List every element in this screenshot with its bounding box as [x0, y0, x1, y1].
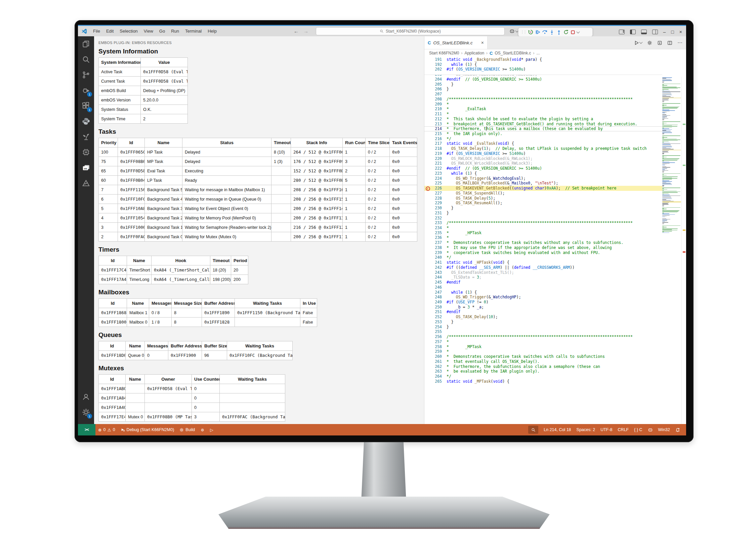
line-number[interactable]: 239: [424, 250, 447, 255]
line-number[interactable]: 214: [424, 126, 447, 131]
code-line[interactable]: 230 }: [424, 206, 662, 211]
line-number[interactable]: 192: [424, 62, 447, 67]
code-line[interactable]: 214* Furthermore, this task uses a mailb…: [424, 126, 662, 131]
reset-device-button[interactable]: [528, 29, 534, 35]
line-number[interactable]: 217: [424, 141, 447, 146]
run-debug-file-button[interactable]: [634, 40, 642, 45]
code-line[interactable]: 213* breakpoint at OS_TASKEVENT_GetBlock…: [424, 122, 662, 127]
code-line[interactable]: 204#endif // (OS_VERSION_GENERIC >= 5140…: [424, 77, 662, 82]
notifications-button[interactable]: [673, 427, 683, 432]
code-line[interactable]: 247 while (1) {: [424, 290, 662, 295]
code-line[interactable]: 252 OS_TASK_Delay(10);: [424, 314, 662, 320]
line-number[interactable]: 231: [424, 211, 447, 216]
encoding-status[interactable]: UTF-8: [598, 427, 615, 432]
build-button[interactable]: Build: [177, 424, 198, 435]
line-number[interactable]: 215: [424, 131, 447, 136]
line-number[interactable]: 224: [424, 176, 447, 181]
code-line[interactable]: 246: [424, 285, 662, 290]
menu-help[interactable]: Help: [205, 26, 220, 36]
line-number[interactable]: 218: [424, 146, 447, 151]
line-number[interactable]: 213: [424, 122, 447, 127]
line-number[interactable]: 238: [424, 245, 447, 250]
code-line[interactable]: 257*: [424, 339, 662, 344]
line-number[interactable]: 244: [424, 275, 447, 280]
debug-more-chevron-icon[interactable]: [577, 30, 580, 33]
code-line[interactable]: 192 while (1) {: [424, 62, 662, 67]
gear-icon[interactable]: [647, 40, 652, 45]
code-line[interactable]: 233/************************************…: [424, 220, 662, 225]
split-editor-icon[interactable]: [667, 40, 672, 45]
line-number[interactable]: 207: [424, 92, 447, 97]
code-line[interactable]: 223 while (1) {: [424, 171, 662, 176]
code-line[interactable]: 222#endif // (OS_VERSION_GENERIC >= 5140…: [424, 166, 662, 171]
menu-terminal[interactable]: Terminal: [182, 26, 205, 36]
line-number[interactable]: 203: [424, 72, 447, 77]
line-number[interactable]: 255: [424, 329, 447, 334]
continue-button[interactable]: [535, 29, 541, 35]
debug-config-status[interactable]: Debug (Start K66FN2M0): [118, 424, 177, 435]
deploy-icon[interactable]: [657, 40, 662, 45]
more-actions-icon[interactable]: ⋯: [677, 40, 682, 46]
line-number[interactable]: 262: [424, 364, 447, 369]
code-line[interactable]: 191static void _BackgroundTask(void* par…: [424, 57, 662, 62]
code-line[interactable]: 235* _HPTask: [424, 230, 662, 236]
code-line[interactable]: 245#endif: [424, 280, 662, 285]
code-line[interactable]: 217static void _EvalTask(void) {: [424, 141, 662, 146]
activitybar-item-explorer[interactable]: [78, 36, 94, 52]
restart-button[interactable]: [563, 29, 569, 35]
code-line[interactable]: 234*: [424, 225, 662, 230]
run-button[interactable]: ▷: [207, 424, 216, 435]
line-number[interactable]: 204: [424, 77, 447, 82]
code-line[interactable]: 218 OS_TASK_Delay(1); // Delay, so that …: [424, 146, 662, 151]
menu-run[interactable]: Run: [168, 26, 182, 36]
line-number[interactable]: 209: [424, 102, 447, 107]
line-number[interactable]: 223: [424, 171, 447, 176]
code-line[interactable]: 207: [424, 92, 662, 97]
language-mode[interactable]: { } C: [631, 427, 645, 432]
activitybar-item-source-control[interactable]: [78, 67, 94, 83]
panel-content[interactable]: System InformationSystem InformationValu…: [94, 48, 424, 424]
code-line[interactable]: 203 OS_RWLOCK_RdLockBlocked(&_RWLock2);: [424, 72, 662, 77]
line-number[interactable]: 212: [424, 117, 447, 122]
line-number[interactable]: 248: [424, 295, 447, 300]
line-number[interactable]: 260: [424, 354, 447, 359]
code-line[interactable]: 205 }: [424, 82, 662, 87]
code-line[interactable]: 241static void _HPTask(void) {: [424, 260, 662, 265]
menu-file[interactable]: File: [90, 26, 103, 36]
activitybar-item-run-debug[interactable]: 1: [78, 83, 94, 98]
activitybar-item-settings[interactable]: 1: [78, 405, 94, 420]
line-number[interactable]: 206: [424, 87, 447, 92]
line-number[interactable]: 259: [424, 349, 447, 354]
code-line[interactable]: 231}: [424, 211, 662, 216]
stop-button[interactable]: [570, 30, 576, 35]
activitybar-item-account[interactable]: [78, 389, 94, 405]
code-line[interactable]: 259*: [424, 349, 662, 354]
code-line[interactable]: 238* It may use the FPU if the appropria…: [424, 245, 662, 250]
activitybar-item-plant[interactable]: [78, 129, 94, 144]
copilot-button[interactable]: [509, 29, 518, 34]
code-line[interactable]: 263* be evaluated by the IAR plugin only…: [424, 369, 662, 374]
problems-status[interactable]: ⊗0 ⚠0: [95, 424, 118, 435]
line-number[interactable]: 232: [424, 216, 447, 221]
line-number[interactable]: 247: [424, 290, 447, 295]
line-number[interactable]: 211: [424, 112, 447, 117]
step-into-button[interactable]: [549, 29, 555, 35]
menu-edit[interactable]: Edit: [103, 26, 117, 36]
toggle-secondary-sidebar-icon[interactable]: [652, 30, 658, 34]
code-line[interactable]: 264*/: [424, 374, 662, 379]
code-line[interactable]: 255: [424, 329, 662, 334]
line-number[interactable]: 191: [424, 57, 447, 62]
code-line[interactable]: 220 OS_RWLOCK_RdLockBlocked(&_RWLock1);: [424, 156, 662, 161]
code-line[interactable]: 229 OS_TASK_ResumeAll();: [424, 201, 662, 206]
back-arrow-icon[interactable]: ←: [294, 28, 299, 34]
code-line[interactable]: 209*: [424, 102, 662, 107]
line-number[interactable]: 245: [424, 280, 447, 285]
menu-go[interactable]: Go: [156, 26, 168, 36]
line-number[interactable]: 219: [424, 151, 447, 156]
code-line[interactable]: 240*/: [424, 255, 662, 260]
toggle-panel-icon[interactable]: [641, 30, 647, 34]
breadcrumb-item[interactable]: ...: [537, 51, 540, 55]
code-line[interactable]: 208/************************************…: [424, 97, 662, 102]
line-number[interactable]: 253: [424, 320, 447, 325]
line-number[interactable]: 236: [424, 235, 447, 240]
